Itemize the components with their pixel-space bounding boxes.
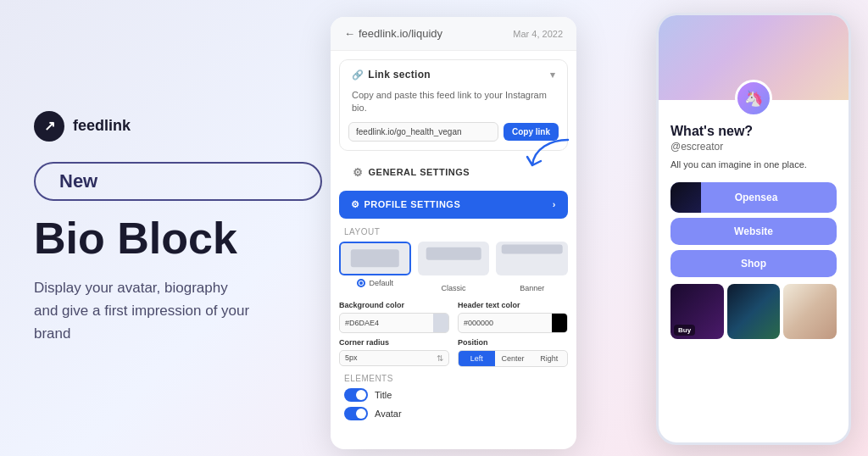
layout-default-label: Default <box>370 279 394 287</box>
opensea-image <box>670 182 701 213</box>
stepper-icon[interactable]: ⇅ <box>437 353 443 363</box>
page-title: Bio Block <box>34 214 322 263</box>
background-color-label: Background color <box>339 301 449 309</box>
layout-banner-box <box>496 242 568 275</box>
header-text-color-input[interactable]: #000000 <box>458 313 568 333</box>
link-input[interactable] <box>348 122 498 142</box>
link-section-title: Link section <box>368 69 431 81</box>
background-color-group: Background color #D6DAE4 <box>339 301 449 333</box>
header-text-color-group: Header text color #000000 <box>458 301 568 333</box>
gear-icon: ⚙ <box>353 166 364 179</box>
layout-label: LAYOUT <box>344 227 563 236</box>
color-options-row: Background color #D6DAE4 Header text col… <box>339 301 568 333</box>
layout-default-box <box>339 242 411 275</box>
position-label: Position <box>458 338 568 347</box>
header-text-color-swatch <box>552 314 567 332</box>
link-section-header: 🔗 Link section ▾ <box>340 60 567 89</box>
layout-banner[interactable]: Banner <box>496 242 568 294</box>
new-badge: New <box>34 162 322 201</box>
shop-button[interactable]: Shop <box>670 250 837 277</box>
mobile-preview-panel: 🦄 What's new? @escreator All you can ima… <box>656 13 851 445</box>
header-text-color-value: #000000 <box>459 315 552 331</box>
layout-classic[interactable]: Classic <box>418 242 490 294</box>
panel-url: feedlink.io/liquidy <box>359 27 442 40</box>
chevron-right-icon: › <box>553 199 556 209</box>
profile-settings-label: PROFILE SETTINGS <box>364 199 461 209</box>
layout-options: Default Classic Banner <box>339 242 568 294</box>
chevron-down-icon[interactable]: ▾ <box>550 70 555 81</box>
opensea-button[interactable]: Opensea <box>670 182 837 213</box>
panel-date: Mar 4, 2022 <box>513 29 563 39</box>
general-settings-text: GENERAL SETTINGS <box>369 167 470 177</box>
layout-default[interactable]: Default <box>339 242 411 294</box>
hero-banner: 🦄 <box>659 15 849 100</box>
layout-banner-label: Banner <box>520 284 544 292</box>
position-buttons: Left Center Right <box>458 350 568 367</box>
avatar-toggle-row: Avatar <box>344 407 563 420</box>
position-right-button[interactable]: Right <box>531 351 567 366</box>
corner-radius-group: Corner radius 5px ⇅ <box>339 338 449 367</box>
back-button[interactable]: ← feedlink.io/liquidy <box>344 27 442 40</box>
profile-settings-button[interactable]: ⚙ PROFILE SETTINGS › <box>339 191 568 219</box>
profile-content: What's new? @escreator All you can imagi… <box>659 100 849 348</box>
profile-description: All you can imagine in one place. <box>670 158 837 172</box>
grid-item-1-label: Buy <box>674 325 695 336</box>
profile-gear-icon: ⚙ <box>351 199 360 210</box>
grid-item-3 <box>783 284 837 339</box>
layout-default-radio <box>357 279 365 287</box>
corner-position-row: Corner radius 5px ⇅ Position Left Center… <box>339 338 568 367</box>
title-toggle-row: Title <box>344 388 563 402</box>
layout-classic-label: Classic <box>442 284 466 292</box>
center-settings-panel: ← feedlink.io/liquidy Mar 4, 2022 🔗 Link… <box>331 17 576 449</box>
header-text-color-label: Header text color <box>458 301 568 309</box>
website-button[interactable]: Website <box>670 218 837 245</box>
title-toggle-label: Title <box>375 390 392 400</box>
panel-header: ← feedlink.io/liquidy Mar 4, 2022 <box>331 17 576 51</box>
left-panel: ↗ feedlink New Bio Block Display your av… <box>34 0 322 456</box>
grid-item-2 <box>727 284 781 339</box>
link-icon: 🔗 <box>352 70 364 81</box>
position-group: Position Left Center Right <box>458 338 568 367</box>
corner-radius-value: 5px <box>345 353 358 362</box>
image-grid: Buy <box>670 284 837 339</box>
feedlink-logo-icon: ↗ <box>34 111 64 142</box>
link-section-description: Copy and paste this feed link to your In… <box>340 89 567 122</box>
elements-label: ELEMENTS <box>344 374 563 383</box>
background-color-swatch <box>433 314 448 332</box>
back-arrow-icon: ← <box>344 27 355 40</box>
position-center-button[interactable]: Center <box>495 351 531 366</box>
page-subtitle: Display your avatar, biography and give … <box>34 276 254 346</box>
avatar: 🦄 <box>735 80 772 117</box>
background-color-input[interactable]: #D6DAE4 <box>339 313 449 333</box>
position-left-button[interactable]: Left <box>459 351 495 366</box>
corner-radius-label: Corner radius <box>339 338 449 347</box>
curved-arrow-decoration <box>526 136 576 178</box>
profile-title: What's new? <box>670 124 837 139</box>
logo-row: ↗ feedlink <box>34 111 322 142</box>
feedlink-logo-text: feedlink <box>73 117 131 135</box>
corner-radius-input[interactable]: 5px ⇅ <box>339 350 449 366</box>
grid-item-1: Buy <box>670 284 724 339</box>
avatar-toggle[interactable] <box>344 407 368 420</box>
title-toggle[interactable] <box>344 388 368 402</box>
avatar-toggle-label: Avatar <box>375 409 402 419</box>
layout-classic-box <box>418 242 490 275</box>
background-color-value: #D6DAE4 <box>340 315 433 331</box>
opensea-label: Opensea <box>706 192 837 203</box>
profile-handle: @escreator <box>670 141 837 153</box>
